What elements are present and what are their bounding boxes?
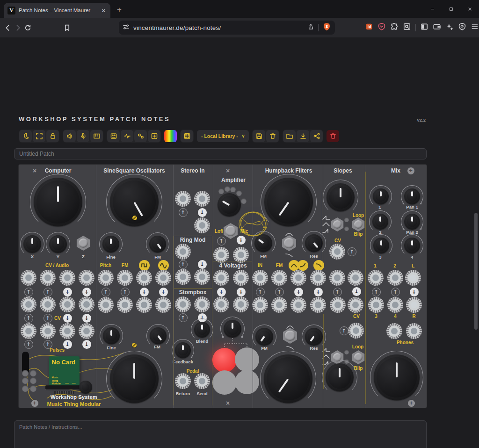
fullscreen-button[interactable] [33,130,45,142]
stereo-in-jack[interactable] [194,191,210,207]
page-scrollbar[interactable] [474,213,478,330]
patch-cables-button[interactable] [134,130,147,142]
random-patch-button[interactable] [181,130,193,142]
amplifier-jack[interactable] [233,296,249,312]
sinesquare-jack[interactable] [117,270,133,286]
computer-knob[interactable] [78,379,94,395]
computer-jack[interactable] [59,323,75,339]
sinesquare-jack[interactable] [98,270,114,286]
reload-button[interactable] [24,22,32,34]
amplifier-close-icon[interactable]: × [226,167,230,174]
computer-jack[interactable] [21,323,36,339]
computer-jack[interactable] [21,270,36,286]
mix-jack[interactable] [368,297,384,313]
delete-from-library-button[interactable] [266,130,279,142]
computer-hex-switch[interactable] [76,236,91,251]
menu-icon[interactable] [471,22,479,33]
slopes-big-knob[interactable] [323,180,358,215]
amplifier-grey-button[interactable] [212,370,237,395]
site-settings-icon[interactable] [123,23,130,32]
slopes-hex-switch[interactable] [330,217,344,231]
computer-jack[interactable] [79,270,94,286]
search-box-icon[interactable] [403,22,411,33]
mix-jack[interactable] [386,323,402,339]
amplifier-jack[interactable] [213,247,229,263]
delete-all-button[interactable] [327,130,339,142]
module-panel-button[interactable] [107,130,120,142]
amplifier-jack[interactable] [233,270,249,286]
amplifier-jack[interactable] [213,270,229,286]
computer-jack[interactable] [59,296,75,312]
sinesquare-jack[interactable] [155,270,171,286]
forward-button[interactable] [14,22,22,34]
back-button[interactable] [4,22,12,34]
minimize-button[interactable] [423,0,442,18]
humpback-jack[interactable] [252,270,268,286]
share-icon[interactable] [307,23,314,32]
humpback-big-knob[interactable] [260,351,316,407]
slopes-jack[interactable] [329,244,345,260]
amplifier-grey-button[interactable] [235,370,259,394]
stereo-in-jack[interactable] [194,217,210,233]
slopes-hex-switch[interactable] [351,217,365,231]
amplifier-knob[interactable] [220,317,245,341]
mix-jack[interactable] [406,297,422,313]
sinesquare-knob[interactable] [99,232,123,256]
amplifier-jack[interactable] [233,247,249,263]
stereo-in-knob[interactable] [191,318,213,341]
sinesquare-knob[interactable] [100,324,123,347]
humpback-jack[interactable] [252,297,268,313]
mix-jack[interactable] [405,270,421,286]
oscilloscope-button[interactable] [121,130,133,142]
stereo-in-jack[interactable] [175,191,191,207]
computer-big-knob[interactable] [30,174,86,230]
library-select[interactable]: - Local Library -∨ [197,130,249,142]
amplifier-jack[interactable] [213,296,229,312]
computer-jack[interactable] [79,323,94,339]
stereo-in-jack[interactable] [175,269,191,285]
wallet-icon[interactable] [433,22,441,33]
mix-jack[interactable] [368,270,384,286]
stereo-in-jack[interactable] [194,296,210,312]
mix-jack[interactable] [387,270,403,286]
stereo-in-jack[interactable] [175,244,191,260]
slopes-jack[interactable] [348,323,364,339]
mix-jack[interactable] [406,323,422,339]
lock-button[interactable] [46,130,59,142]
tab-close-icon[interactable]: × [100,7,107,14]
humpback-big-knob[interactable] [261,174,317,230]
amplifier-red-button[interactable] [212,348,237,372]
extensions-puzzle-icon[interactable] [390,22,399,33]
humpback-jack[interactable] [271,297,287,313]
open-file-button[interactable] [283,130,296,142]
add-module-button[interactable] [148,130,160,142]
download-patch-button[interactable] [297,130,309,142]
amplifier-knob[interactable] [216,192,242,218]
dark-mode-button[interactable] [19,130,32,142]
slopes-jack[interactable] [348,297,363,313]
slopes-jack[interactable] [348,270,363,286]
computer-close-icon[interactable]: × [33,167,36,174]
computer-jack[interactable] [40,270,56,286]
computer-knob[interactable] [20,232,44,256]
patch-name-input[interactable] [14,148,427,159]
microphone-button[interactable] [77,130,89,142]
sinesquare-jack[interactable] [136,297,152,313]
computer-jack[interactable] [21,296,36,312]
save-patch-button[interactable] [253,130,265,142]
share-patch-button[interactable] [310,130,323,142]
sidebar-toggle-icon[interactable] [420,22,428,33]
sinesquare-jack[interactable] [98,297,114,313]
url-bar[interactable]: vincentmaurer.de/patch-notes/ [119,21,335,35]
mix-knob[interactable] [370,234,392,257]
computer-jack[interactable] [79,296,94,312]
sinesquare-jack[interactable] [155,297,171,313]
mix-jack[interactable] [387,297,403,313]
humpback-jack[interactable] [310,297,326,313]
window-close-button[interactable] [460,0,479,18]
midi-keyboard-button[interactable] [90,130,103,142]
stereo-in-knob[interactable] [172,339,194,361]
amplifier-close-icon[interactable]: × [226,399,230,407]
humpback-hex-switch[interactable] [282,328,298,344]
computer-jack[interactable] [59,270,75,286]
